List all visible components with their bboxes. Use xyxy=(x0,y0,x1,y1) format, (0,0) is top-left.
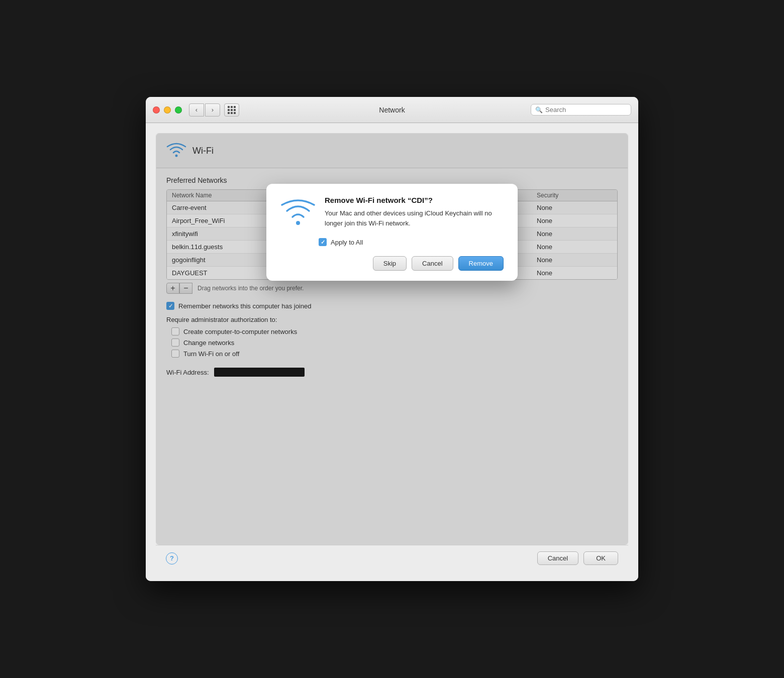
modal-dialog: Remove Wi-Fi network “CDI”? Your Mac and… xyxy=(266,184,518,281)
main-ok-button[interactable]: OK xyxy=(583,551,618,565)
help-button[interactable]: ? xyxy=(166,552,178,564)
svg-point-1 xyxy=(296,221,300,225)
remove-button[interactable]: Remove xyxy=(458,256,504,271)
bottom-bar: ? Cancel OK xyxy=(156,545,628,571)
modal-description: Your Mac and other devices using iCloud … xyxy=(325,208,504,228)
maximize-button[interactable] xyxy=(175,106,182,114)
grid-icon xyxy=(228,106,236,114)
back-button[interactable]: ‹ xyxy=(189,103,204,117)
skip-button[interactable]: Skip xyxy=(373,256,407,271)
titlebar: ‹ › Network 🔍 xyxy=(146,97,638,123)
traffic-lights xyxy=(153,106,182,114)
apply-to-all-checkbox[interactable] xyxy=(319,238,327,246)
forward-button[interactable]: › xyxy=(205,103,220,117)
bottom-buttons: Cancel OK xyxy=(537,551,618,565)
grid-button[interactable] xyxy=(224,103,239,117)
search-box[interactable]: 🔍 xyxy=(531,104,631,116)
modal-title: Remove Wi-Fi network “CDI”? xyxy=(325,196,504,204)
modal-buttons: Skip Cancel Remove xyxy=(280,256,504,271)
search-icon: 🔍 xyxy=(535,106,543,114)
main-cancel-button[interactable]: Cancel xyxy=(537,551,578,565)
modal-checkbox-row: Apply to All xyxy=(280,238,504,246)
minimize-button[interactable] xyxy=(164,106,171,114)
modal-text: Remove Wi-Fi network “CDI”? Your Mac and… xyxy=(325,196,504,229)
modal-wifi-icon xyxy=(280,196,316,229)
search-input[interactable] xyxy=(545,106,627,114)
nav-buttons: ‹ › xyxy=(189,103,220,117)
main-content: Wi-Fi Preferred Networks Network Name Se… xyxy=(146,123,638,581)
inner-panel: Wi-Fi Preferred Networks Network Name Se… xyxy=(156,133,628,545)
cancel-button[interactable]: Cancel xyxy=(412,256,453,271)
modal-overlay: Remove Wi-Fi network “CDI”? Your Mac and… xyxy=(156,134,628,544)
window-title: Network xyxy=(379,106,405,114)
close-button[interactable] xyxy=(153,106,160,114)
modal-top: Remove Wi-Fi network “CDI”? Your Mac and… xyxy=(280,196,504,229)
apply-to-all-label: Apply to All xyxy=(331,239,363,246)
